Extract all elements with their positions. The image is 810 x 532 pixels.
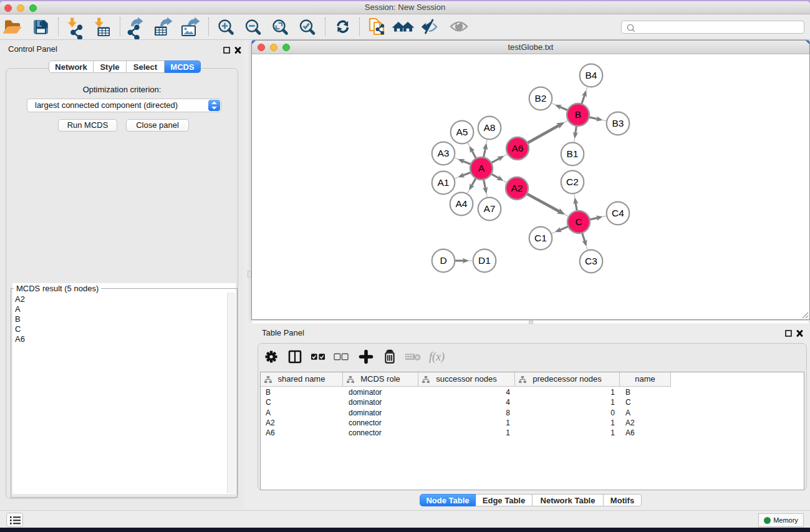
- svg-text:D1: D1: [478, 255, 491, 266]
- svg-text:C2: C2: [566, 177, 579, 187]
- svg-text:A2: A2: [511, 183, 523, 193]
- svg-text:C1: C1: [534, 233, 547, 243]
- svg-text:A7: A7: [484, 203, 496, 214]
- svg-text:C3: C3: [585, 256, 597, 266]
- svg-text:C: C: [575, 216, 582, 227]
- svg-text:f(x): f(x): [429, 351, 445, 364]
- svg-text:B3: B3: [612, 118, 624, 128]
- svg-text:B2: B2: [535, 93, 547, 104]
- svg-text:A8: A8: [484, 122, 496, 133]
- svg-text:A: A: [478, 163, 485, 173]
- svg-text:A6: A6: [512, 143, 524, 153]
- svg-text:A4: A4: [456, 198, 468, 209]
- svg-text:A1: A1: [438, 177, 450, 188]
- svg-text:B: B: [575, 109, 581, 120]
- svg-text:D: D: [440, 255, 446, 266]
- svg-text:C4: C4: [612, 208, 624, 218]
- svg-text:B4: B4: [586, 70, 597, 80]
- svg-text:B1: B1: [567, 148, 579, 159]
- svg-text:A5: A5: [456, 127, 468, 137]
- svg-text:A3: A3: [438, 148, 450, 158]
